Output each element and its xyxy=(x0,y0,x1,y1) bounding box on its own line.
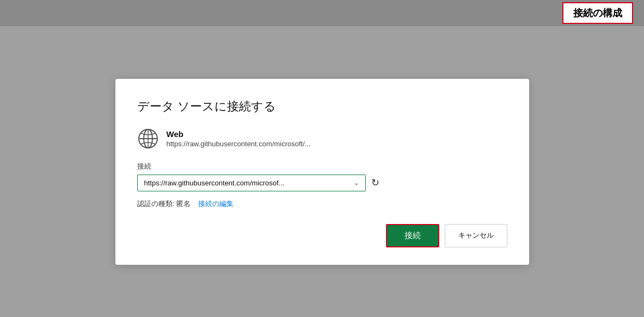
source-info: Web https://raw.githubusercontent.com/mi… xyxy=(167,129,311,148)
source-name: Web xyxy=(167,129,311,139)
source-url: https://raw.githubusercontent.com/micros… xyxy=(167,140,311,148)
dropdown-value: https://raw.githubusercontent.com/micros… xyxy=(144,179,349,187)
connection-dropdown[interactable]: https://raw.githubusercontent.com/micros… xyxy=(137,175,366,191)
refresh-icon[interactable]: ↺ xyxy=(371,177,379,189)
chevron-down-icon: ⌄ xyxy=(354,179,359,187)
source-row: Web https://raw.githubusercontent.com/mi… xyxy=(137,128,507,150)
button-row: 接続 キャンセル xyxy=(137,224,507,247)
connect-button[interactable]: 接続 xyxy=(386,224,439,247)
top-bar: 接続の構成 xyxy=(0,0,644,26)
auth-row: 認証の種類: 匿名 接続の編集 xyxy=(137,199,507,209)
connect-dialog: データ ソースに接続する Web https://raw.githubuserc… xyxy=(115,79,529,265)
page-title: 接続の構成 xyxy=(562,2,633,24)
edit-connection-link[interactable]: 接続の編集 xyxy=(198,199,234,209)
dropdown-row: https://raw.githubusercontent.com/micros… xyxy=(137,175,507,191)
dialog-backdrop: データ ソースに接続する Web https://raw.githubuserc… xyxy=(0,26,644,317)
cancel-button[interactable]: キャンセル xyxy=(445,224,507,247)
connection-label: 接続 xyxy=(137,161,507,171)
dialog-title: データ ソースに接続する xyxy=(137,98,507,115)
globe-icon xyxy=(137,128,159,150)
auth-label: 認証の種類: 匿名 xyxy=(137,199,191,209)
